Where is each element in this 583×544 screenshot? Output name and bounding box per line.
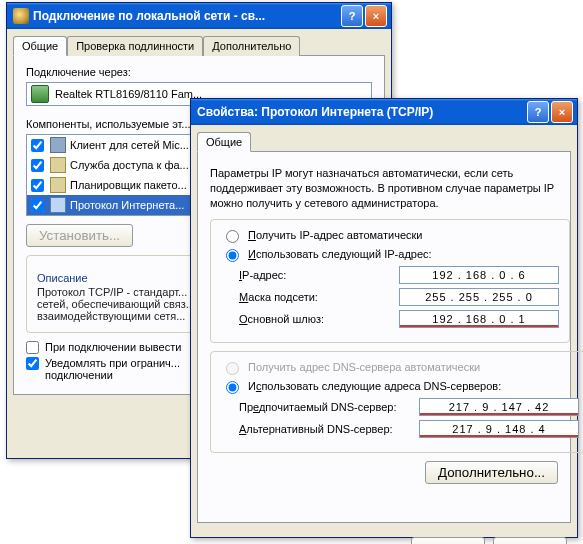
dns-group: Получить адрес DNS-сервера автоматически… <box>210 351 583 453</box>
gateway-field[interactable]: 192 . 168 . 0 . 1 <box>399 310 559 328</box>
service-icon <box>50 177 66 193</box>
radio-manual-dns[interactable] <box>226 381 239 394</box>
radio-manual-ip[interactable] <box>226 249 239 262</box>
radio-manual-ip-label: Использовать следующий IP-адрес: <box>248 248 432 260</box>
component-label: Служба доступа к фа... <box>70 159 189 171</box>
info-text: Параметры IP могут назначаться автоматич… <box>210 166 558 211</box>
dns-alt-row: Альтернативный DNS-сервер: 217 . 9 . 148… <box>239 420 579 438</box>
tab-auth[interactable]: Проверка подлинности <box>67 36 203 56</box>
radio-manual-dns-row[interactable]: Использовать следующие адреса DNS-сервер… <box>221 378 579 394</box>
ip-group: ППолучить IP-адрес автоматическиолучить … <box>210 219 570 343</box>
component-label: Протокол Интернета... <box>70 199 184 211</box>
notify-checkbox[interactable] <box>26 357 39 370</box>
tcpip-tabs: Общие <box>191 125 577 151</box>
tcpip-window-titlebar: Свойства: Протокол Интернета (TCP/IP) ? … <box>191 99 577 125</box>
radio-auto-ip-label: ППолучить IP-адрес автоматическиолучить … <box>248 229 422 241</box>
client-icon <box>50 137 66 153</box>
tab-general[interactable]: Общие <box>13 36 67 56</box>
lan-tabs: Общие Проверка подлинности Дополнительно <box>7 29 391 55</box>
radio-manual-dns-label: Использовать следующие адреса DNS-сервер… <box>248 380 501 392</box>
gateway-row: Основной шлюз: 192 . 168 . 0 . 1 <box>239 310 559 328</box>
help-button[interactable]: ? <box>527 101 549 123</box>
component-label: Планировщик пакето... <box>70 179 187 191</box>
ok-button[interactable]: OK <box>411 537 485 544</box>
ip-address-label: IP-адрес: <box>239 269 399 281</box>
ip-address-field[interactable]: 192 . 168 . 0 . 6 <box>399 266 559 284</box>
show-icon-checkbox[interactable] <box>26 341 39 354</box>
gateway-label: Основной шлюз: <box>239 313 399 325</box>
advanced-button[interactable]: Дополнительно... <box>425 461 558 484</box>
service-icon <box>50 157 66 173</box>
nic-icon <box>31 85 49 103</box>
close-button[interactable]: × <box>365 5 387 27</box>
subnet-mask-field[interactable]: 255 . 255 . 255 . 0 <box>399 288 559 306</box>
subnet-mask-label: Маска подсети: <box>239 291 399 303</box>
radio-auto-dns-row: Получить адрес DNS-сервера автоматически <box>221 359 579 375</box>
radio-auto-ip-row[interactable]: ППолучить IP-адрес автоматическиолучить … <box>221 227 559 243</box>
radio-manual-ip-row[interactable]: Использовать следующий IP-адрес: <box>221 246 559 262</box>
tab-advanced[interactable]: Дополнительно <box>203 36 300 56</box>
radio-auto-dns <box>226 362 239 375</box>
protocol-icon <box>50 197 66 213</box>
tcpip-window-title: Свойства: Протокол Интернета (TCP/IP) <box>197 105 527 119</box>
radio-auto-dns-label: Получить адрес DNS-сервера автоматически <box>248 361 480 373</box>
install-button[interactable]: Установить... <box>26 224 133 247</box>
lan-window-titlebar: Подключение по локальной сети - св... ? … <box>7 3 391 29</box>
lan-icon <box>13 8 29 24</box>
dns-alt-label: Альтернативный DNS-сервер: <box>239 423 419 435</box>
tab-general[interactable]: Общие <box>197 132 251 152</box>
dialog-button-bar: OK Отмена <box>191 529 577 544</box>
tcpip-tab-panel: Параметры IP могут назначаться автоматич… <box>197 151 571 523</box>
show-icon-label: При подключении вывести <box>45 341 181 353</box>
dns-preferred-label: Предпочитаемый DNS-сервер: <box>239 401 419 413</box>
component-label: Клиент для сетей Mic... <box>70 139 189 151</box>
notify-label: Уведомлять при огранич... подключении <box>45 357 180 381</box>
component-checkbox[interactable] <box>31 139 44 152</box>
adapter-name: Realtek RTL8169/8110 Fam... <box>55 88 202 100</box>
tcpip-properties-window: Свойства: Протокол Интернета (TCP/IP) ? … <box>190 98 578 538</box>
component-checkbox[interactable] <box>31 159 44 172</box>
component-checkbox[interactable] <box>31 179 44 192</box>
dns-preferred-field[interactable]: 217 . 9 . 147 . 42 <box>419 398 579 416</box>
dns-alt-field[interactable]: 217 . 9 . 148 . 4 <box>419 420 579 438</box>
close-button[interactable]: × <box>551 101 573 123</box>
dns-preferred-row: Предпочитаемый DNS-сервер: 217 . 9 . 147… <box>239 398 579 416</box>
subnet-mask-row: Маска подсети: 255 . 255 . 255 . 0 <box>239 288 559 306</box>
lan-window-title: Подключение по локальной сети - св... <box>33 9 341 23</box>
radio-auto-ip[interactable] <box>226 230 239 243</box>
help-button[interactable]: ? <box>341 5 363 27</box>
component-checkbox[interactable] <box>31 199 44 212</box>
cancel-button[interactable]: Отмена <box>493 537 567 544</box>
connect-via-label: Подключение через: <box>26 66 372 78</box>
ip-address-row: IP-адрес: 192 . 168 . 0 . 6 <box>239 266 559 284</box>
